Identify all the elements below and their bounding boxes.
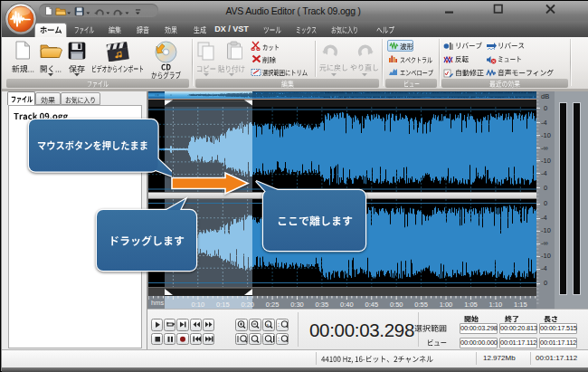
svg-text::: : — [278, 321, 280, 328]
svg-text::: : — [278, 336, 280, 342]
